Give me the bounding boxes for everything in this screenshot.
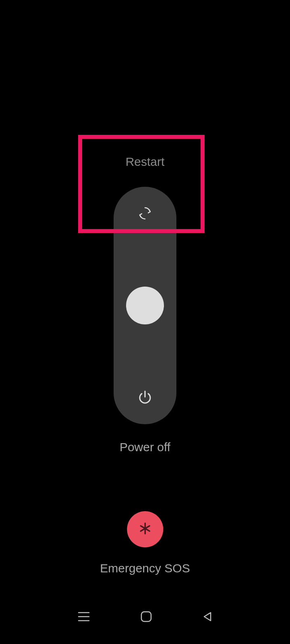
menu-icon [78, 611, 90, 622]
svg-rect-3 [141, 612, 151, 621]
home-button[interactable] [141, 611, 152, 622]
square-icon [141, 611, 152, 622]
power-menu: Restart Power off [114, 155, 176, 454]
medical-icon [138, 522, 152, 537]
restart-icon[interactable] [138, 206, 152, 221]
power-slider[interactable] [114, 187, 176, 424]
restart-label: Restart [126, 155, 165, 169]
navigation-bar [0, 605, 290, 629]
slider-handle[interactable] [126, 287, 164, 324]
poweroff-label: Power off [120, 440, 170, 454]
recents-button[interactable] [78, 611, 90, 622]
back-button[interactable] [203, 611, 212, 622]
sos-label: Emergency SOS [100, 561, 190, 575]
power-icon[interactable] [137, 390, 153, 405]
sos-section: Emergency SOS [100, 511, 190, 575]
triangle-left-icon [203, 611, 212, 622]
emergency-sos-button[interactable] [127, 511, 163, 547]
